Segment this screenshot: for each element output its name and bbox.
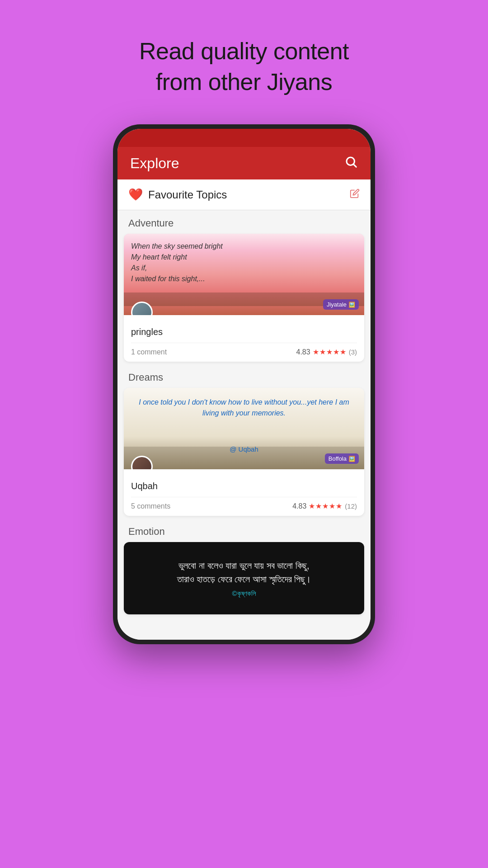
notch	[117, 129, 371, 134]
fav-header-left: ❤️ Favourite Topics	[128, 188, 227, 202]
adventure-stars: ★★★★★	[313, 348, 347, 356]
adventure-rating-value: 4.83	[296, 348, 310, 356]
dreams-label: Dreams	[117, 364, 371, 388]
app-header: Explore	[117, 147, 371, 179]
adventure-poem: When the sky seemed bright My heart felt…	[131, 241, 223, 284]
adventure-section: Adventure When the sky seemed bright My	[117, 210, 371, 362]
favourite-topics-header: ❤️ Favourite Topics	[117, 179, 371, 210]
dreams-quote-author: @ Uqbah	[124, 445, 364, 453]
content-area: ❤️ Favourite Topics Adventure	[117, 179, 371, 640]
svg-line-1	[354, 165, 356, 167]
heart-icon: ❤️	[128, 188, 143, 202]
phone-mockup: Explore ❤️ Favourite Topics	[113, 124, 375, 644]
sections-scroll[interactable]: Adventure When the sky seemed bright My	[117, 210, 371, 640]
headline-line1: Read quality content	[139, 38, 349, 64]
dreams-card-body: Uqbah 5 comments 4.83 ★★★★★ (12)	[124, 469, 364, 516]
dreams-comments: 5 comments	[131, 502, 170, 510]
headline-line2: from other Jiyans	[156, 69, 332, 95]
adventure-brand-badge: Jiyatale 🖼️	[323, 299, 359, 310]
adventure-card-footer: 1 comment 4.83 ★★★★★ (3)	[131, 343, 357, 356]
dreams-rating-count: (12)	[345, 502, 357, 510]
adventure-comments: 1 comment	[131, 348, 167, 356]
dreams-username: Uqbah	[131, 481, 357, 491]
dreams-card[interactable]: I once told you I don't know how to live…	[124, 388, 364, 516]
adventure-card-image: When the sky seemed bright My heart felt…	[124, 234, 364, 315]
app-header-title: Explore	[130, 155, 179, 172]
dreams-stars: ★★★★★	[309, 502, 343, 510]
adventure-rating: 4.83 ★★★★★ (3)	[296, 348, 357, 356]
dreams-rating-value: 4.83	[292, 502, 306, 510]
adventure-username: pringles	[131, 327, 357, 337]
adventure-brand-name: Jiyatale	[327, 301, 347, 308]
edit-icon[interactable]	[350, 189, 360, 201]
dreams-brand-name: Boffola	[328, 455, 347, 462]
adventure-brand-icon: 🖼️	[348, 302, 355, 308]
adventure-card[interactable]: When the sky seemed bright My heart felt…	[124, 234, 364, 362]
dreams-quote-text: I once told you I don't know how to live…	[124, 397, 364, 419]
emotion-author: ©কৃষ্ণকলি	[170, 590, 318, 598]
dreams-bg: I once told you I don't know how to live…	[124, 388, 364, 469]
dreams-card-footer: 5 comments 4.83 ★★★★★ (12)	[131, 497, 357, 510]
adventure-rating-count: (3)	[349, 348, 357, 356]
emotion-bengali-text: ভুলবো না বলেও যারা ভুলে যায় সব ভালো কিছ…	[170, 559, 318, 586]
dreams-section: Dreams I once told you I don't know how …	[117, 364, 371, 516]
adventure-bg: When the sky seemed bright My heart felt…	[124, 234, 364, 315]
status-bar	[117, 134, 371, 147]
headline-text: Read quality content from other Jiyans	[139, 36, 349, 97]
adventure-card-body: pringles 1 comment 4.83 ★★★★★ (3)	[124, 315, 364, 362]
adventure-label: Adventure	[117, 210, 371, 234]
emotion-label: Emotion	[117, 519, 371, 542]
dreams-brand-badge: Boffola 🖼️	[325, 453, 359, 464]
emotion-card-image: ভুলবো না বলেও যারা ভুলে যায় সব ভালো কিছ…	[124, 542, 364, 614]
favourite-topics-title: Favourite Topics	[148, 189, 227, 201]
dreams-brand-icon: 🖼️	[348, 456, 355, 462]
dreams-card-image: I once told you I don't know how to live…	[124, 388, 364, 469]
search-icon[interactable]	[344, 155, 358, 172]
emotion-card[interactable]: ভুলবো না বলেও যারা ভুলে যায় সব ভালো কিছ…	[124, 542, 364, 614]
dreams-rating: 4.83 ★★★★★ (12)	[292, 502, 357, 510]
emotion-section: Emotion ভুলবো না বলেও যারা ভুলে যায় সব …	[117, 519, 371, 614]
